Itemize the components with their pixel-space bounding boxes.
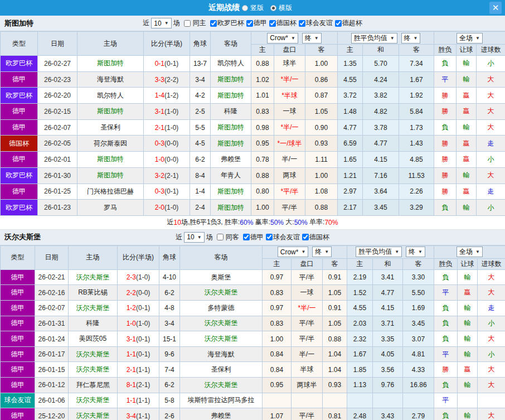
handicap-odds-home: 0.88 <box>251 167 274 184</box>
col-score: 比分(半场) <box>144 32 190 56</box>
scope-group-header: 全场▼ <box>434 32 505 45</box>
home-team: 美因茨05 <box>69 331 118 347</box>
handicap-odds-away: 0.88 <box>323 331 347 347</box>
match-score: 2-1(1-1) <box>118 362 159 378</box>
match-score: 0-1(0-1) <box>144 56 190 72</box>
match-row: 欧罗巴杯26-02-20凯尔特人1-4(1-2)4-2斯图加特1.01*半球0.… <box>1 88 505 104</box>
same-away-checkbox[interactable] <box>217 234 224 240</box>
goals-result: 大 <box>477 88 505 104</box>
goals-result: 大 <box>477 167 505 184</box>
same-home-checkbox[interactable] <box>184 20 191 27</box>
fulltime-result: 負 <box>434 119 457 136</box>
handicap-odds-home: 0.95 <box>263 378 292 393</box>
competition-checkbox[interactable] <box>210 20 217 27</box>
away-team: 凯尔特人 <box>211 56 251 72</box>
competition-type-badge: 欧罗巴杯 <box>1 88 38 104</box>
goals-result: 小 <box>478 346 505 362</box>
col-date: 日期 <box>35 245 69 269</box>
same-home-label: 同主 <box>193 18 206 28</box>
goals-result: 大 <box>478 378 505 393</box>
same-away-label: 同客 <box>226 233 239 242</box>
scope-select[interactable]: 全场▼ <box>457 247 483 257</box>
summary-segment: 70% <box>324 219 338 226</box>
average-select[interactable]: 胜平负均值▼ <box>356 247 402 257</box>
close-icon[interactable]: ✕ <box>489 2 502 14</box>
col-odds-away: 客 <box>323 258 347 269</box>
avg-odds-home: 4.55 <box>338 71 363 88</box>
handicap-odds-home: 0.95 <box>251 136 274 152</box>
chevron-down-icon: ▼ <box>324 249 329 254</box>
corners: 2-4 <box>190 200 211 216</box>
avg-odds-home <box>347 393 373 408</box>
filter-bar: 近 10▼ 场 同客 德甲球会友谊德国杯 <box>176 232 329 243</box>
competition-checkbox[interactable] <box>269 20 276 27</box>
avg-odds-home: 2.17 <box>338 200 363 216</box>
avg-odds-draw: 4.15 <box>373 301 403 316</box>
handicap-line: 半/一 <box>292 346 323 362</box>
games-count-select[interactable]: 10▼ <box>184 232 204 243</box>
competition-type-badge: 德甲 <box>1 152 38 168</box>
avg-odds-home: 2.03 <box>347 316 373 331</box>
handicap-odds-home: 0.83 <box>263 285 292 301</box>
handicap-odds-away: 0.87 <box>305 88 338 104</box>
avg-odds-home: 3.72 <box>338 88 363 104</box>
games-count-select[interactable]: 10▼ <box>151 18 171 28</box>
handicap-line: 一球 <box>274 104 305 120</box>
match-row: 德甲26-02-21沃尔夫斯堡2-3(1-0)4-10奥斯堡0.97平/半0.9… <box>1 269 505 285</box>
match-row: 德甲25-12-20沃尔夫斯堡3-4(1-1)2-6弗赖堡1.07平/半0.81… <box>1 408 505 420</box>
layout-radio-group: 竖版 横版 <box>242 3 297 13</box>
match-score: 3-1(1-0) <box>144 104 190 120</box>
bookmaker-select[interactable]: Crow*▼ <box>267 33 298 44</box>
match-row: 德甲26-01-31科隆1-0(1-0)3-4沃尔夫斯堡0.83平/半1.052… <box>1 316 505 331</box>
handicap-odds-home: 1.00 <box>263 331 292 347</box>
away-team: 沃尔夫斯堡 <box>180 378 263 393</box>
match-row: 德甲26-01-15沃尔夫斯堡2-1(1-1)7-4圣保利0.84半球1.041… <box>1 362 505 378</box>
handicap-odds-away: 1.05 <box>323 285 347 301</box>
competition-label: 德国杯 <box>276 18 297 28</box>
scope-select[interactable]: 全场▼ <box>457 33 483 44</box>
bookmaker-select[interactable]: Crow*▼ <box>278 247 309 257</box>
avg-odds-draw: 9.76 <box>373 378 403 393</box>
final-odds-select[interactable]: 终▼ <box>401 33 421 44</box>
average-select[interactable]: 胜平负均值▼ <box>351 33 397 44</box>
summary-segment: 10 <box>174 219 181 226</box>
goals-result: 走 <box>477 184 505 200</box>
home-team: 科隆 <box>69 316 118 331</box>
final-odds-select[interactable]: 终▼ <box>406 247 425 257</box>
match-score: 3-1(0-1) <box>118 331 159 347</box>
home-team: 海登海默 <box>77 71 144 88</box>
avg-odds-draw: 3.35 <box>373 331 403 347</box>
col-avg-home: 主 <box>338 45 363 56</box>
handicap-result: 輸 <box>458 346 478 362</box>
avg-odds-away: 1.43 <box>399 136 434 152</box>
handicap-odds-home <box>263 393 292 408</box>
final-odds-select[interactable]: 终▼ <box>312 247 332 257</box>
handicap-result: 輸 <box>457 167 477 184</box>
handicap-odds-away: 1.00 <box>305 167 338 184</box>
avg-odds-draw: 7.16 <box>363 167 399 184</box>
competition-label: 球会友谊 <box>306 18 333 28</box>
section-header-wolfsburg: 沃尔夫斯堡 近 10▼ 场 同客 德甲球会友谊德国杯 <box>0 230 505 245</box>
fulltime-result: 勝 <box>434 184 457 200</box>
avg-odds-home: 1.67 <box>347 346 373 362</box>
competition-checkbox[interactable] <box>246 20 253 27</box>
avg-odds-draw: 4.77 <box>373 285 403 301</box>
competition-checkbox[interactable] <box>302 234 309 240</box>
competition-checkbox[interactable] <box>243 234 250 240</box>
corners: 6-2 <box>159 285 180 301</box>
match-date: 26-02-23 <box>38 71 77 88</box>
horizontal-layout-radio[interactable] <box>270 5 276 11</box>
competition-checkbox[interactable] <box>266 234 273 240</box>
handicap-odds-home: 1.00 <box>251 200 274 216</box>
vertical-layout-radio[interactable] <box>242 5 248 11</box>
competition-checkbox[interactable] <box>335 20 342 27</box>
competition-checkbox[interactable] <box>299 20 305 27</box>
avg-odds-away: 3.07 <box>403 331 434 347</box>
handicap-odds-home: 0.84 <box>263 362 292 378</box>
final-odds-select[interactable]: 终▼ <box>302 33 322 44</box>
games-label: 场 <box>206 233 213 242</box>
col-result: 胜负 <box>434 45 457 56</box>
match-score: 2-2(0-0) <box>118 285 159 301</box>
handicap-odds-home: 0.84 <box>263 346 292 362</box>
handicap-line: 平/半 <box>292 408 323 420</box>
